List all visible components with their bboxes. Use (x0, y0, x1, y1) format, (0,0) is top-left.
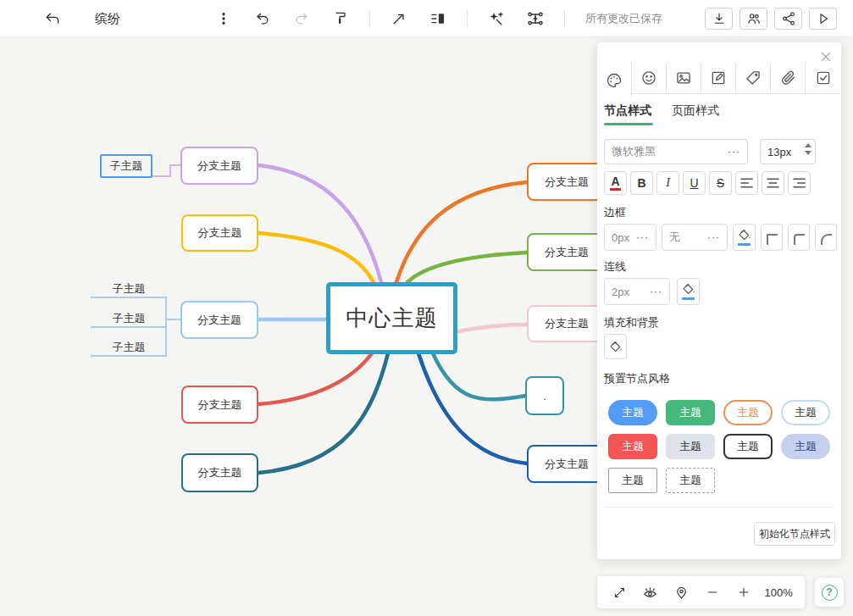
close-icon (819, 50, 833, 64)
border-style-select[interactable]: 无 ··· (662, 224, 728, 251)
locate-center-button[interactable] (672, 582, 692, 602)
line-color-button[interactable] (677, 278, 700, 305)
more-menu-button[interactable] (213, 8, 234, 29)
focus-mode-button[interactable] (640, 582, 661, 602)
tab-task[interactable] (806, 63, 840, 94)
bold-button[interactable]: B (630, 171, 653, 195)
node-central-topic[interactable]: 中心主题 (326, 282, 457, 354)
align-center-button[interactable] (762, 171, 784, 195)
preset-style-dashed[interactable]: 主题 (666, 468, 715, 493)
magic-wand-icon (488, 10, 505, 27)
underline-button[interactable]: U (683, 171, 706, 195)
align-right-icon (793, 177, 806, 189)
panel-tabs (597, 63, 841, 97)
reset-node-style-button[interactable]: 初始化节点样式 (754, 522, 835, 546)
zoom-level[interactable]: 100% (764, 586, 792, 599)
strikethrough-label: S (717, 176, 724, 190)
fill-color-button[interactable] (604, 334, 627, 359)
share-button[interactable] (774, 8, 802, 30)
align-right-button[interactable] (788, 171, 811, 195)
stepper-up-icon[interactable] (805, 143, 811, 147)
preset-style-black-outline[interactable]: 主题 (723, 434, 773, 459)
paint-bucket-icon (738, 229, 751, 241)
preset-style-red[interactable]: 主题 (608, 434, 657, 459)
tab-image[interactable] (667, 63, 701, 94)
node-branch-pink[interactable]: 分支主题 (527, 305, 607, 342)
preset-style-orange-outline[interactable]: 主题 (723, 400, 773, 425)
undo-button[interactable] (252, 8, 273, 29)
corner-extra-rounded-icon (821, 234, 832, 245)
preset-label: 主题 (737, 405, 759, 420)
font-family-select[interactable]: 微软雅黑 ··· (604, 139, 748, 164)
fit-view-button[interactable] (609, 582, 629, 602)
active-subtab-underline (604, 123, 653, 125)
stepper-down-icon[interactable] (805, 151, 811, 155)
preset-style-blue-outline[interactable]: 主题 (781, 400, 830, 425)
more-icon: ··· (728, 146, 740, 158)
line-width-select[interactable]: 2px ··· (604, 278, 670, 305)
node-branch-orange[interactable]: 分支主题 (527, 163, 607, 201)
node-subtopic-1[interactable]: 子主题 (91, 280, 167, 298)
tab-emoji[interactable] (632, 63, 667, 94)
node-subtopic-2[interactable]: 子主题 (91, 310, 167, 328)
collaborate-button[interactable] (739, 8, 767, 30)
node-branch-purple[interactable]: 分支主题 (180, 147, 258, 185)
preset-style-plain[interactable]: 主题 (608, 468, 657, 493)
help-button[interactable]: ? (815, 578, 844, 607)
zoom-out-button[interactable] (702, 582, 723, 602)
corner-rounded-icon (794, 234, 805, 245)
border-color-button[interactable] (733, 224, 756, 251)
preset-style-gray[interactable]: 主题 (666, 434, 715, 459)
node-label: 中心主题 (346, 303, 438, 333)
font-color-button[interactable]: A (604, 171, 627, 195)
node-branch-dot[interactable]: . (525, 376, 564, 415)
back-button[interactable] (42, 8, 63, 29)
node-subtopic-selected[interactable]: 子主题 (100, 154, 152, 178)
node-subtopic-3[interactable]: 子主题 (91, 339, 167, 357)
smiley-icon (640, 69, 657, 86)
corner-rounded-button[interactable] (788, 224, 810, 251)
italic-button[interactable]: I (656, 171, 679, 195)
node-label: 分支主题 (545, 245, 589, 260)
node-branch-blue[interactable]: 分支主题 (180, 301, 258, 339)
preset-label: 主题 (679, 439, 701, 454)
node-branch-green[interactable]: 分支主题 (527, 233, 607, 271)
zoom-in-button[interactable] (734, 582, 754, 602)
font-size-input[interactable]: 13px (760, 139, 816, 164)
download-button[interactable] (705, 8, 733, 30)
border-width-select[interactable]: 0px ··· (604, 224, 656, 251)
subtab-node-style[interactable]: 节点样式 (604, 103, 651, 125)
corner-extra-rounded-button[interactable] (815, 224, 837, 251)
outline-view-button[interactable] (428, 8, 448, 29)
subtab-page-style[interactable]: 页面样式 (672, 103, 719, 125)
node-branch-yellow[interactable]: 分支主题 (181, 214, 258, 252)
format-painter-button[interactable] (330, 8, 351, 29)
preset-style-lavender[interactable]: 主题 (781, 434, 830, 459)
tab-style[interactable] (597, 63, 632, 97)
align-left-button[interactable] (735, 171, 758, 195)
back-icon (44, 10, 61, 27)
present-button[interactable] (809, 8, 837, 30)
tab-note[interactable] (701, 63, 736, 94)
node-label: 分支主题 (545, 175, 589, 190)
people-icon (746, 11, 762, 26)
ai-assistant-button[interactable] (486, 8, 507, 29)
connector-tool-button[interactable] (389, 8, 409, 29)
italic-label: I (666, 176, 670, 190)
node-branch-darkteal[interactable]: 分支主题 (181, 453, 258, 492)
node-branch-red[interactable]: 分支主题 (181, 386, 258, 424)
preset-style-blue[interactable]: 主题 (608, 400, 657, 425)
layout-structure-button[interactable] (525, 8, 546, 29)
paperclip-icon (779, 69, 796, 86)
preset-label: 主题 (795, 439, 817, 454)
tab-link[interactable] (771, 63, 806, 94)
panel-close-button[interactable] (819, 50, 833, 64)
node-label: 子主题 (113, 281, 146, 297)
underline-label: U (690, 176, 698, 190)
strikethrough-button[interactable]: S (709, 171, 732, 195)
corner-sharp-button[interactable] (761, 224, 783, 251)
preset-style-green[interactable]: 主题 (666, 400, 715, 425)
redo-button[interactable] (291, 8, 312, 29)
node-branch-darkblue[interactable]: 分支主题 (527, 445, 607, 483)
tab-tag[interactable] (736, 63, 771, 94)
